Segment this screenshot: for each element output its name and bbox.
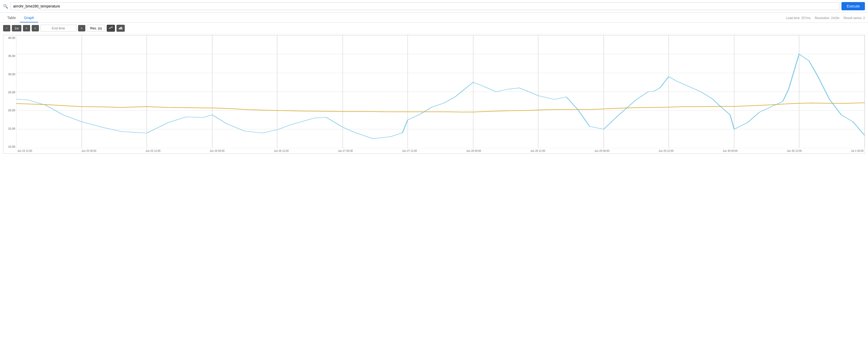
next-time-button[interactable]: > — [78, 25, 85, 31]
result-series: Result series: 2 — [843, 16, 865, 20]
resolution-button[interactable]: Res. (s) — [87, 25, 105, 32]
graph-toolbar: − 1w + < > Res. (s) — [0, 23, 868, 34]
svg-rect-2 — [121, 27, 122, 29]
search-icon: 🔍 — [3, 4, 8, 9]
y-axis: 40.00 35.00 30.00 25.00 20.00 15.00 10.0… — [3, 35, 16, 148]
prev-time-button[interactable]: < — [32, 25, 39, 31]
chart-container: 40.00 35.00 30.00 25.00 20.00 15.00 10.0… — [3, 35, 865, 154]
search-input[interactable] — [10, 2, 839, 10]
x-label-6: Jun 27 12:00 — [402, 150, 417, 152]
y-label-15: 15.00 — [4, 127, 15, 130]
end-time-input[interactable] — [40, 25, 76, 32]
svg-rect-1 — [120, 27, 121, 29]
blue-series — [16, 54, 865, 139]
tab-table[interactable]: Table — [3, 14, 20, 23]
chart-area: 40.00 35.00 30.00 25.00 20.00 15.00 10.0… — [0, 34, 868, 156]
range-label: 1w — [12, 25, 21, 31]
x-axis: Jun 24 12:00 Jun 25 00:00 Jun 25 12:00 J… — [16, 148, 865, 153]
x-label-12: Jun 30 12:00 — [787, 150, 802, 152]
x-label-8: Jun 28 12:00 — [530, 150, 545, 152]
x-label-11: Jun 30 00:00 — [723, 150, 738, 152]
svg-rect-0 — [119, 28, 120, 29]
y-label-20: 20.00 — [4, 109, 15, 112]
resolution: Resolution: 2419s — [815, 16, 839, 20]
x-label-3: Jun 26 00:00 — [210, 150, 225, 152]
y-label-25: 25.00 — [4, 91, 15, 94]
chart-inner — [16, 35, 865, 148]
x-label-7: Jun 28 00:00 — [466, 150, 481, 152]
tabs-container: Table Graph — [3, 14, 38, 23]
top-bar: 🔍 Execute — [0, 0, 868, 12]
meta-info: Load time: 257ms Resolution: 2419s Resul… — [786, 16, 865, 20]
x-label-0: Jun 24 12:00 — [17, 150, 32, 152]
x-label-13: Jul 1 00:00 — [851, 150, 864, 152]
x-label-9: Jun 29 00:00 — [594, 150, 610, 152]
x-label-5: Jun 27 00:00 — [338, 150, 353, 152]
stacked-chart-button[interactable] — [117, 25, 125, 32]
execute-button[interactable]: Execute — [841, 2, 865, 10]
zoom-out-button[interactable]: − — [3, 25, 10, 31]
zoom-in-button[interactable]: + — [23, 25, 30, 31]
tab-graph[interactable]: Graph — [20, 14, 38, 23]
y-label-30: 30.00 — [4, 73, 15, 76]
load-time: Load time: 257ms — [786, 16, 810, 20]
y-label-35: 35.00 — [4, 54, 15, 58]
svg-rect-3 — [122, 28, 122, 29]
x-label-2: Jun 25 12:00 — [146, 150, 160, 152]
tabs-bar: Table Graph Load time: 257ms Resolution:… — [0, 12, 868, 23]
line-chart-button[interactable] — [107, 25, 115, 32]
x-label-4: Jun 26 12:00 — [274, 150, 289, 152]
x-label-1: Jun 25 00:00 — [82, 150, 96, 152]
x-label-10: Jun 29 12:00 — [658, 150, 674, 152]
y-label-40: 40.00 — [4, 36, 15, 39]
y-label-10: 10.00 — [4, 145, 15, 148]
